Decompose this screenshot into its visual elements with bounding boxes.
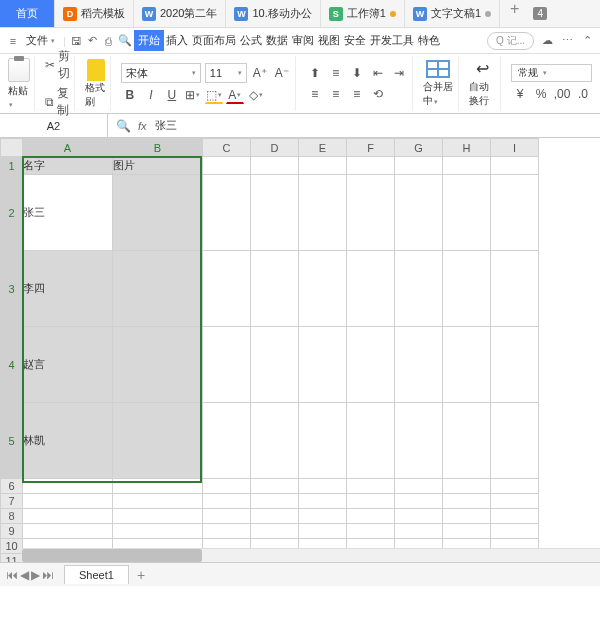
sheet-nav-first-icon[interactable]: ⏮ xyxy=(6,568,18,582)
bold-button[interactable]: B xyxy=(121,86,139,104)
cut-button[interactable]: ✂ 剪切 xyxy=(45,48,70,82)
ribbon-tab-view[interactable]: 视图 xyxy=(316,30,342,51)
align-center-icon[interactable]: ≡ xyxy=(327,85,345,103)
cell[interactable] xyxy=(113,251,203,327)
cell[interactable] xyxy=(443,509,491,524)
cell[interactable] xyxy=(347,157,395,175)
cell[interactable] xyxy=(251,251,299,327)
cell[interactable] xyxy=(395,479,443,494)
col-header[interactable]: H xyxy=(443,139,491,157)
cell[interactable]: 名字 xyxy=(23,157,113,175)
align-bottom-icon[interactable]: ⬇ xyxy=(348,64,366,82)
decrease-font-icon[interactable]: A⁻ xyxy=(273,64,291,82)
cell[interactable] xyxy=(203,175,251,251)
font-size-select[interactable]: 11▾ xyxy=(205,63,247,83)
col-header[interactable]: F xyxy=(347,139,395,157)
cell[interactable] xyxy=(299,175,347,251)
ribbon-tab-data[interactable]: 数据 xyxy=(264,30,290,51)
tab-doc-mobile[interactable]: W10.移动办公 xyxy=(226,0,320,27)
cell[interactable] xyxy=(203,157,251,175)
tab-doc-2020[interactable]: W2020第二年 xyxy=(134,0,226,27)
horizontal-scrollbar[interactable] xyxy=(22,548,600,562)
new-tab-button[interactable]: + xyxy=(500,0,529,27)
cell[interactable] xyxy=(113,175,203,251)
cell[interactable]: 林凯 xyxy=(23,403,113,479)
comma-icon[interactable]: ,00 xyxy=(553,85,571,103)
row-header[interactable]: 10 xyxy=(1,539,23,554)
ribbon-tab-special[interactable]: 特色 xyxy=(416,30,442,51)
cell[interactable] xyxy=(347,524,395,539)
cell[interactable] xyxy=(251,327,299,403)
format-painter-button[interactable]: 格式刷 xyxy=(85,59,106,109)
cell[interactable] xyxy=(395,175,443,251)
col-header[interactable]: G xyxy=(395,139,443,157)
print-icon[interactable]: ⎙ xyxy=(102,34,116,48)
col-header[interactable]: B xyxy=(113,139,203,157)
underline-button[interactable]: U xyxy=(163,86,181,104)
ribbon-tab-insert[interactable]: 插入 xyxy=(164,30,190,51)
sheet-tab[interactable]: Sheet1 xyxy=(64,565,129,584)
cell[interactable] xyxy=(443,524,491,539)
cell[interactable] xyxy=(203,494,251,509)
undo-icon[interactable]: ↶ xyxy=(86,34,100,48)
cell[interactable] xyxy=(347,479,395,494)
cell[interactable]: 张三 xyxy=(23,175,113,251)
cell[interactable] xyxy=(395,251,443,327)
align-left-icon[interactable]: ≡ xyxy=(306,85,324,103)
tab-textdoc1[interactable]: W文字文稿1 xyxy=(405,0,500,27)
row-header[interactable]: 1 xyxy=(1,157,23,175)
cell[interactable] xyxy=(251,403,299,479)
tab-home[interactable]: 首页 xyxy=(0,0,55,27)
cell[interactable] xyxy=(203,479,251,494)
merge-center-button[interactable]: 合并居中▾ xyxy=(423,60,454,108)
cell[interactable] xyxy=(347,509,395,524)
sheet-nav-prev-icon[interactable]: ◀ xyxy=(20,568,29,582)
row-header[interactable]: 7 xyxy=(1,494,23,509)
col-header[interactable]: A xyxy=(23,139,113,157)
percent-icon[interactable]: % xyxy=(532,85,550,103)
ribbon-tab-security[interactable]: 安全 xyxy=(342,30,368,51)
align-right-icon[interactable]: ≡ xyxy=(348,85,366,103)
ribbon-tab-pagelayout[interactable]: 页面布局 xyxy=(190,30,238,51)
row-header[interactable]: 4 xyxy=(1,327,23,403)
cell[interactable] xyxy=(491,494,539,509)
decrease-decimal-icon[interactable]: .0 xyxy=(574,85,592,103)
cell[interactable] xyxy=(347,327,395,403)
formula-input[interactable]: 张三 xyxy=(155,118,177,133)
cell[interactable] xyxy=(443,327,491,403)
orientation-icon[interactable]: ⟲ xyxy=(369,85,387,103)
cell[interactable] xyxy=(491,251,539,327)
number-format-select[interactable]: 常规▾ xyxy=(511,64,592,82)
cell[interactable] xyxy=(251,509,299,524)
cell[interactable] xyxy=(113,403,203,479)
ribbon-tab-review[interactable]: 审阅 xyxy=(290,30,316,51)
indent-right-icon[interactable]: ⇥ xyxy=(390,64,408,82)
cell[interactable] xyxy=(443,251,491,327)
cell[interactable] xyxy=(251,157,299,175)
cell[interactable] xyxy=(347,251,395,327)
cell[interactable]: 图片 xyxy=(113,157,203,175)
cell[interactable] xyxy=(113,494,203,509)
share-icon[interactable]: ⋯ xyxy=(560,34,574,48)
row-header[interactable]: 9 xyxy=(1,524,23,539)
add-sheet-button[interactable]: + xyxy=(129,567,153,583)
cell[interactable] xyxy=(203,524,251,539)
cloud-icon[interactable]: ☁ xyxy=(540,34,554,48)
save-icon[interactable]: 🖫 xyxy=(70,34,84,48)
cell[interactable] xyxy=(299,494,347,509)
font-color-button[interactable]: A▾ xyxy=(226,86,244,104)
cell[interactable] xyxy=(23,494,113,509)
cell[interactable] xyxy=(299,479,347,494)
col-header[interactable]: E xyxy=(299,139,347,157)
cell[interactable] xyxy=(251,479,299,494)
cell[interactable] xyxy=(443,494,491,509)
col-header[interactable]: C xyxy=(203,139,251,157)
tab-workbook1[interactable]: S工作簿1 xyxy=(321,0,405,27)
cell[interactable] xyxy=(203,509,251,524)
cell[interactable] xyxy=(113,509,203,524)
name-box[interactable]: A2 xyxy=(0,114,108,137)
grid[interactable]: ABCDEFGHI1名字图片2张三3李四4赵言5林凯6789101112 xyxy=(0,138,539,584)
cell[interactable] xyxy=(347,494,395,509)
row-header[interactable]: 5 xyxy=(1,403,23,479)
cell[interactable] xyxy=(23,524,113,539)
